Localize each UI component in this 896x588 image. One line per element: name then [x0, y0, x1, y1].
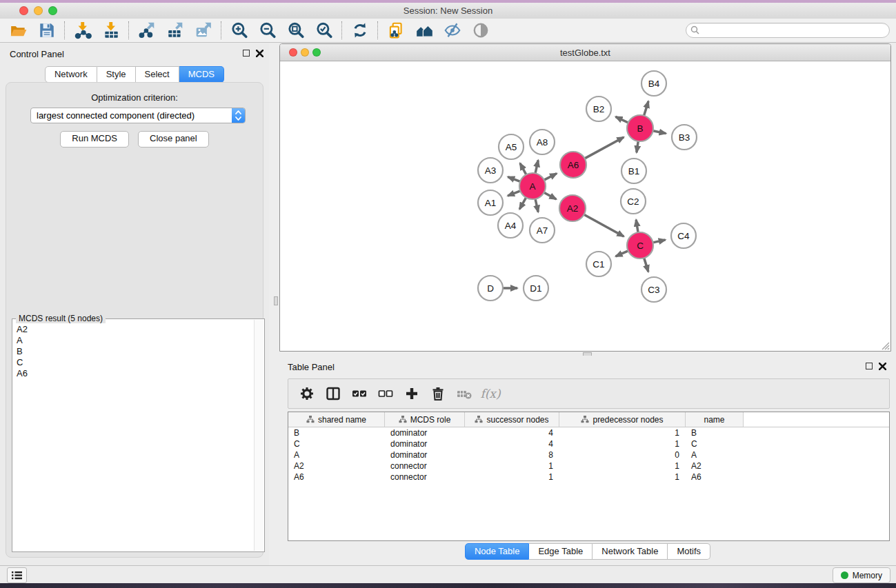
- graph-edge-C-C3[interactable]: [644, 258, 648, 272]
- graph-edge-C-C1[interactable]: [616, 251, 628, 256]
- cell-shared-name[interactable]: C: [288, 438, 385, 449]
- home-button[interactable]: [410, 20, 438, 41]
- graph-edge-B-B1[interactable]: [637, 141, 638, 152]
- cell-mcds-role[interactable]: connector: [385, 460, 465, 472]
- cell-mcds-role[interactable]: dominator: [385, 438, 465, 449]
- graph-edge-B-B2[interactable]: [615, 116, 628, 123]
- graph-node-b1[interactable]: B1: [621, 159, 646, 183]
- graph-edge-A-A3[interactable]: [508, 177, 520, 182]
- graph-edge-A2-C[interactable]: [584, 214, 624, 236]
- graph-node-c1[interactable]: C1: [586, 252, 611, 276]
- resize-grip-icon[interactable]: [881, 341, 890, 350]
- graph-node-a7[interactable]: A7: [530, 218, 555, 243]
- column-header-name[interactable]: name: [686, 412, 744, 427]
- graph-node-a5[interactable]: A5: [499, 134, 524, 159]
- deselect-all-checkboxes-button[interactable]: [372, 383, 399, 405]
- graph-node-d1[interactable]: D1: [524, 276, 548, 301]
- cell-predecessor-nodes[interactable]: 1: [559, 472, 686, 483]
- graph-edge-B-B4[interactable]: [644, 101, 648, 116]
- tab-motifs[interactable]: Motifs: [668, 543, 710, 560]
- tab-network-table[interactable]: Network Table: [593, 543, 668, 560]
- column-header-mcds-role[interactable]: MCDS role: [385, 412, 465, 427]
- search-input[interactable]: [686, 23, 890, 38]
- cell-successor-nodes[interactable]: 8: [465, 449, 559, 460]
- cell-mcds-role[interactable]: dominator: [385, 449, 465, 460]
- cell-name[interactable]: A6: [686, 472, 744, 483]
- cell-name[interactable]: A: [686, 449, 744, 460]
- settings-button[interactable]: [294, 383, 320, 405]
- task-history-button[interactable]: [7, 567, 27, 583]
- graph-node-c2[interactable]: C2: [621, 189, 646, 214]
- result-item-b[interactable]: B: [14, 346, 253, 357]
- cell-predecessor-nodes[interactable]: 1: [559, 438, 686, 449]
- zoom-in-button[interactable]: [225, 20, 253, 41]
- graph-edge-A-A5[interactable]: [520, 163, 526, 175]
- close-panel-icon[interactable]: [256, 50, 263, 57]
- graph-edge-A-A6[interactable]: [544, 174, 557, 181]
- tab-network[interactable]: Network: [45, 66, 97, 83]
- save-session-button[interactable]: [32, 20, 61, 41]
- cell-mcds-role[interactable]: connector: [385, 472, 465, 483]
- cell-name[interactable]: A2: [686, 460, 744, 472]
- tab-node-table[interactable]: Node Table: [465, 543, 530, 560]
- graph-edge-A6-B[interactable]: [585, 137, 624, 159]
- cell-successor-nodes[interactable]: 1: [465, 460, 559, 472]
- table-row[interactable]: Cdominator41C: [288, 438, 889, 449]
- import-network-button[interactable]: [68, 20, 97, 41]
- cell-predecessor-nodes[interactable]: 0: [559, 449, 686, 460]
- graph-edge-C-C2[interactable]: [636, 220, 638, 233]
- graph-node-c3[interactable]: C3: [641, 277, 666, 302]
- table-row[interactable]: Adominator80A: [288, 449, 889, 460]
- run-mcds-button[interactable]: Run MCDS: [60, 131, 129, 148]
- cell-mcds-role[interactable]: dominator: [385, 427, 465, 438]
- zoom-out-button[interactable]: [253, 20, 281, 41]
- float-table-panel-icon[interactable]: [866, 363, 873, 369]
- column-header-predecessor-nodes[interactable]: predecessor nodes: [559, 412, 686, 427]
- export-network-button[interactable]: [132, 20, 161, 41]
- criterion-dropdown[interactable]: largest connected component (directed): [30, 108, 246, 123]
- add-column-button[interactable]: [399, 383, 425, 405]
- result-scrollbar[interactable]: [254, 320, 263, 551]
- graph-node-a[interactable]: A: [519, 173, 546, 199]
- graph-node-b[interactable]: B: [627, 115, 653, 141]
- graph-node-c[interactable]: C: [627, 232, 653, 258]
- clone-network-button[interactable]: [381, 20, 410, 41]
- graph-node-c4[interactable]: C4: [671, 223, 696, 248]
- graph-node-b2[interactable]: B2: [586, 97, 611, 121]
- hide-panel-button[interactable]: [438, 20, 466, 41]
- table-row[interactable]: Bdominator41B: [288, 427, 889, 438]
- function-builder-button[interactable]: f(x): [477, 383, 504, 405]
- result-item-a6[interactable]: A6: [14, 368, 253, 379]
- export-image-button[interactable]: [189, 20, 217, 41]
- tab-style[interactable]: Style: [97, 66, 136, 83]
- graph-edge-C-C4[interactable]: [653, 240, 666, 243]
- cell-shared-name[interactable]: B: [288, 427, 385, 438]
- cell-predecessor-nodes[interactable]: 1: [559, 427, 686, 438]
- table-row[interactable]: A2connector11A2: [288, 460, 889, 472]
- close-table-panel-icon[interactable]: [879, 363, 886, 370]
- close-panel-button[interactable]: Close panel: [138, 131, 209, 148]
- column-header-successor-nodes[interactable]: successor nodes: [465, 412, 559, 427]
- graph-edge-B-B3[interactable]: [653, 131, 666, 134]
- column-layout-button[interactable]: [320, 383, 346, 405]
- select-all-checkboxes-button[interactable]: [346, 383, 372, 405]
- result-item-c[interactable]: C: [14, 357, 253, 368]
- graph-edge-A-A1[interactable]: [508, 191, 520, 196]
- result-item-a2[interactable]: A2: [14, 324, 253, 335]
- graph-node-a3[interactable]: A3: [478, 158, 503, 183]
- show-panel-button[interactable]: [466, 20, 495, 41]
- graph-node-a1[interactable]: A1: [478, 190, 503, 215]
- cell-successor-nodes[interactable]: 4: [465, 438, 559, 449]
- import-table-button[interactable]: [97, 20, 125, 41]
- delete-table-button[interactable]: [451, 383, 477, 405]
- cell-shared-name[interactable]: A2: [288, 460, 385, 472]
- graph-edge-A-A2[interactable]: [544, 192, 557, 199]
- tab-mcds[interactable]: MCDS: [179, 66, 224, 83]
- refresh-button[interactable]: [346, 20, 374, 41]
- cell-predecessor-nodes[interactable]: 1: [559, 460, 686, 472]
- graph-edge-A-A4[interactable]: [519, 198, 526, 210]
- zoom-selected-button[interactable]: [310, 20, 338, 41]
- graph-node-a6[interactable]: A6: [560, 152, 586, 178]
- graph-node-d[interactable]: D: [478, 276, 503, 301]
- graph-edge-A-A7[interactable]: [535, 199, 538, 212]
